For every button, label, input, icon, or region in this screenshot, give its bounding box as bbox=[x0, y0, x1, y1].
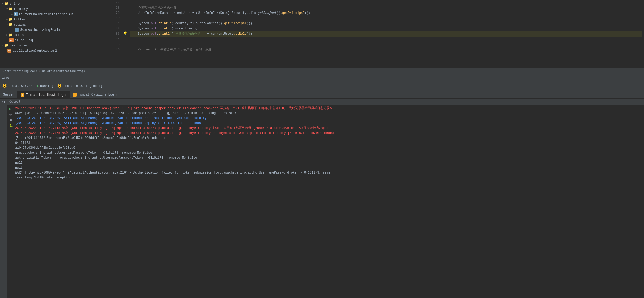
toolbar-sep-2: › bbox=[54, 84, 56, 88]
chevron-realms: ▼ bbox=[6, 23, 8, 26]
sidebar-btn-list[interactable]: ≡1 bbox=[1, 100, 6, 105]
code-line-85 bbox=[130, 42, 642, 47]
line-num-83: 83 bbox=[112, 31, 120, 37]
console-output-wrapper: Output ▶ ⟳ ⏹ 🐛 26-Mar-2020 11:21:35.540 … bbox=[7, 99, 644, 298]
line-num-81: 81 bbox=[112, 21, 120, 26]
debug-btn[interactable]: 🐛 bbox=[9, 123, 13, 128]
tab-localhost-log-label: Tomcat Localhost Log bbox=[26, 93, 63, 97]
code-line-81: System.out.println(SecurityUtils.getSubj… bbox=[130, 21, 642, 26]
console-line-11: authenticationToken ====org.apache.shiro… bbox=[15, 156, 642, 160]
line-num-78: 78 bbox=[112, 5, 120, 10]
xml-icon-applicationcontext: xml bbox=[7, 49, 11, 53]
chevron-filterchain: ▶ bbox=[11, 13, 13, 16]
tomcat-version-label[interactable]: Tomcat 9.0.31 [local] bbox=[63, 84, 102, 88]
file-tree: ▼ 📁 shiro ▼ 📁 factory ▶ C FilterChainDef… bbox=[0, 0, 109, 68]
tree-item-utils[interactable]: ▶ 📁 utils bbox=[0, 32, 109, 38]
bulb-icon[interactable]: 💡 bbox=[123, 31, 127, 36]
tree-item-allsql[interactable]: sql allsql.sql bbox=[0, 38, 109, 43]
tree-item-resources[interactable]: ▼ 📁 resources bbox=[0, 43, 109, 48]
console-line-15: java.lang.NullPointerException bbox=[15, 175, 642, 180]
console-line-3: [2020-03-26 11:21:38,239] Artifact SignM… bbox=[15, 116, 642, 121]
tab-server-label: Server bbox=[3, 93, 14, 97]
code-content[interactable]: //获取当前用户的角色信息 UserInfoFormData currentUs… bbox=[128, 0, 644, 68]
code-line-77 bbox=[130, 0, 642, 5]
log-lines: 26-Mar-2020 11:21:35.540 信息 [RMI TCP Con… bbox=[15, 106, 642, 180]
run-btn[interactable]: ▶ bbox=[9, 106, 13, 111]
top-section: ▼ 📁 shiro ▼ 📁 factory ▶ C FilterChainDef… bbox=[0, 0, 644, 68]
chevron-factory: ▼ bbox=[6, 8, 8, 10]
console-line-13: null bbox=[15, 165, 642, 170]
code-line-86: // userInfo 中包含用户ID，用户名，密码，角色 bbox=[130, 47, 642, 52]
line-num-79: 79 bbox=[112, 10, 120, 16]
tree-label-utils: utils bbox=[14, 33, 24, 37]
tree-item-applicationcontext[interactable]: xml applicationContext.xml bbox=[0, 48, 109, 53]
tree-label-applicationcontext: applicationContext.xml bbox=[13, 49, 57, 53]
java-icon-filterchain: C bbox=[14, 12, 18, 16]
tree-item-filter[interactable]: ▶ 📁 filter bbox=[0, 17, 109, 22]
line-num-84: 84 bbox=[112, 37, 120, 42]
line-num-80: 80 bbox=[112, 16, 120, 21]
breadcrumb-method[interactable]: doGetAuthenticationInfo() bbox=[42, 70, 85, 73]
line-num-85: 85 bbox=[112, 42, 120, 47]
running-icon: ▶ bbox=[37, 84, 39, 88]
console-line-14: WARN [http-nio-8080-exec-7] (AbstractAut… bbox=[15, 170, 642, 175]
reload-btn[interactable]: ⟳ bbox=[9, 112, 13, 117]
breadcrumb-bar: UserAuthorizingRealm › doGetAuthenticati… bbox=[0, 68, 644, 74]
console-line-4: [2020-03-26 11:21:38,239] Artifact SignM… bbox=[15, 121, 642, 126]
console-line-7: {"id":"04161173","password":"aa0457bd306… bbox=[15, 136, 642, 141]
console-line-9: aa0457bd306ddff2bc2eace3efc98bd9 bbox=[15, 146, 642, 151]
tomcat-server-label[interactable]: Tomcat Server bbox=[8, 84, 32, 88]
chevron-filter: ▶ bbox=[6, 18, 8, 21]
java-icon-userauthorizingrealm: C bbox=[15, 28, 19, 32]
code-editor: 77 78 79 80 81 82 83 84 85 86 💡 //获取当前用户… bbox=[109, 0, 644, 68]
console-line-1: 26-Mar-2020 11:21:35.540 信息 [RMI TCP Con… bbox=[15, 106, 642, 111]
line-num-86: 86 bbox=[112, 47, 120, 52]
localhost-log-icon: T bbox=[21, 93, 24, 97]
console-content[interactable]: ▶ ⟳ ⏹ 🐛 26-Mar-2020 11:21:35.540 信息 [RMI… bbox=[7, 105, 644, 298]
line-numbers: 77 78 79 80 81 82 83 84 85 86 bbox=[109, 0, 122, 68]
toolbar-sep-1: › bbox=[33, 84, 35, 88]
tab-catalina-log[interactable]: T Tomcat Catalina Log ✕ bbox=[70, 91, 120, 98]
output-label: Output bbox=[9, 100, 21, 104]
server-toolbar: 🐱 Tomcat Server › ▶ Running › 🐱 Tomcat 9… bbox=[0, 81, 644, 91]
code-line-84 bbox=[130, 37, 642, 42]
console-line-8: 04161173 bbox=[15, 141, 642, 146]
tab-catalina-log-label: Tomcat Catalina Log bbox=[78, 93, 114, 97]
console-sidebar: ≡1 bbox=[0, 99, 7, 298]
ices-strip: ices bbox=[0, 74, 644, 81]
tabs-strip: Server T Tomcat Localhost Log ✕ T Tomcat… bbox=[0, 91, 644, 99]
tab-server[interactable]: Server bbox=[0, 91, 17, 98]
tree-label-filter: filter bbox=[14, 17, 26, 21]
tab-localhost-close[interactable]: ✕ bbox=[65, 93, 66, 97]
tree-label-resources: resources bbox=[9, 44, 28, 47]
console-line-12: null bbox=[15, 160, 642, 165]
console-area: ≡1 Output ▶ ⟳ ⏹ 🐛 26-Mar-2020 11:21 bbox=[0, 99, 644, 298]
tree-item-shiro[interactable]: ▼ 📁 shiro bbox=[0, 1, 109, 6]
code-line-80 bbox=[130, 16, 642, 21]
code-line-82: System.out.println(currentUser); bbox=[130, 26, 642, 31]
tomcat-debug-icon: 🐱 bbox=[57, 84, 62, 88]
tree-item-factory[interactable]: ▼ 📁 factory bbox=[0, 6, 109, 11]
line-num-82: 82 bbox=[112, 26, 120, 31]
tab-catalina-close[interactable]: ✕ bbox=[115, 93, 117, 96]
ices-label: ices bbox=[2, 76, 10, 80]
stop-btn[interactable]: ⏹ bbox=[9, 118, 13, 123]
running-label: Running bbox=[40, 84, 53, 88]
tomcat-icon: 🐱 bbox=[2, 84, 7, 88]
code-line-83: System.out.println("当前登录的角色是：" + current… bbox=[130, 31, 642, 37]
chevron-utils: ▶ bbox=[6, 34, 8, 37]
tab-localhost-log[interactable]: T Tomcat Localhost Log ✕ bbox=[17, 91, 70, 98]
console-line-5: 26-Mar-2020 11:21:43.418 信息 [Catalina-ut… bbox=[15, 126, 642, 131]
tree-item-realms[interactable]: ▼ 📁 realms bbox=[0, 22, 109, 27]
breadcrumb-file[interactable]: UserAuthorizingRealm bbox=[3, 70, 37, 73]
tree-item-filterchain[interactable]: ▶ C FilterChainDefinitionMapBui bbox=[0, 11, 109, 17]
breadcrumb-separator: › bbox=[39, 70, 41, 73]
catalina-log-icon: T bbox=[73, 93, 77, 97]
tree-item-userauthorizingrealm[interactable]: C UserAuthorizingRealm bbox=[0, 27, 109, 32]
editor-gutter: 💡 bbox=[122, 0, 128, 68]
console-line-6: 26-Mar-2020 11:21:43.455 信息 [Catalina-ut… bbox=[15, 131, 642, 136]
code-line-78: //获取当前用户的角色信息 bbox=[130, 5, 642, 10]
line-num-77: 77 bbox=[112, 0, 120, 5]
sql-icon-allsql: sql bbox=[9, 38, 14, 42]
console-line-2: WARN [RMI TCP Connection(2)-127.0.0.1] (… bbox=[15, 111, 642, 116]
